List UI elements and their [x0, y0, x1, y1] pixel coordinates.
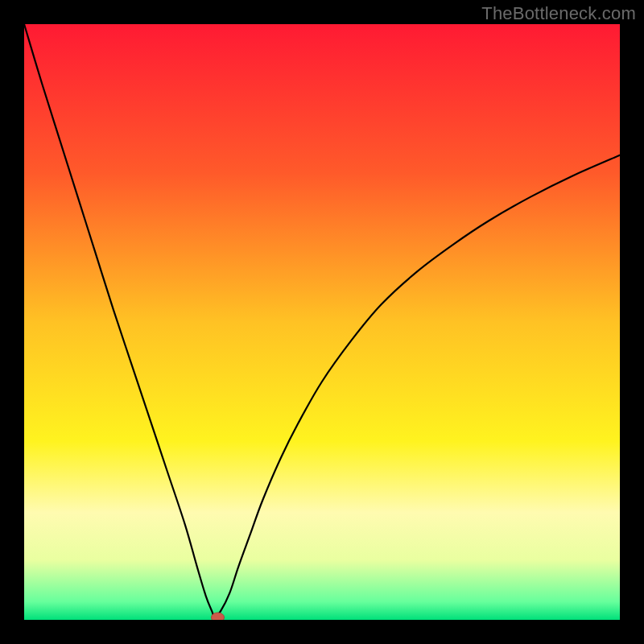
gradient-background — [24, 24, 620, 620]
chart-svg — [24, 24, 620, 620]
optimal-marker — [212, 613, 225, 620]
chart-frame: TheBottleneck.com — [0, 0, 644, 644]
plot-area — [24, 24, 620, 620]
watermark-text: TheBottleneck.com — [481, 3, 636, 24]
